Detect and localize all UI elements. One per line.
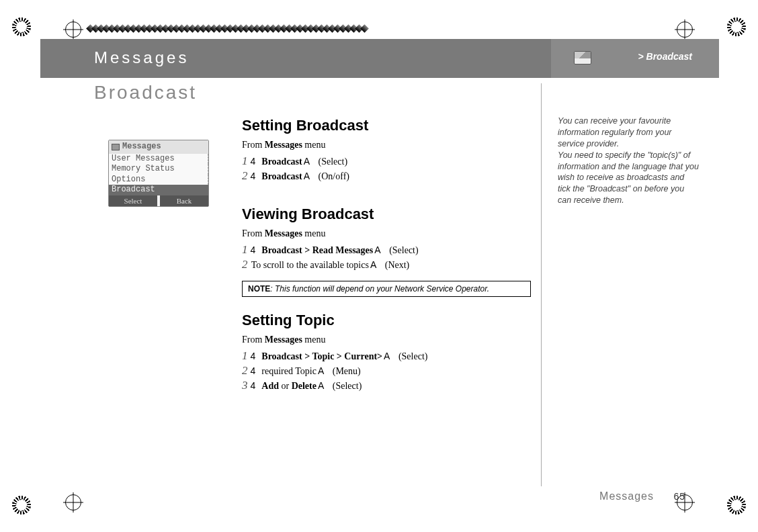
- side-note: You can receive your favourite informati…: [558, 116, 699, 206]
- step: 14 BroadcastA (Select): [242, 154, 531, 168]
- phone-softkeys: Select Back: [109, 195, 208, 206]
- phone-menu-item: Options: [109, 175, 208, 185]
- phone-menu-item: User Messages: [109, 154, 208, 165]
- chapter-title: Messages: [94, 48, 189, 67]
- page: Messages > Broadcast Broadcast Messages …: [40, 11, 719, 521]
- subsection-setting-broadcast: Setting Broadcast From Messages menu 14 …: [242, 117, 531, 183]
- envelope-icon: [574, 51, 591, 64]
- phone-screenshot: Messages User Messages Memory Status Opt…: [108, 140, 209, 207]
- envelope-icon: [112, 144, 120, 150]
- step: 14 Broadcast > Topic > Current>A (Select…: [242, 349, 531, 363]
- phone-menu-item-selected: Broadcast: [109, 185, 208, 195]
- from-line: From Messages menu: [242, 335, 531, 345]
- from-line: From Messages menu: [242, 228, 531, 239]
- phone-softkey-right: Back: [160, 195, 208, 206]
- subsection-viewing-broadcast: Viewing Broadcast From Messages menu 14 …: [242, 206, 531, 297]
- note-box: NOTE: This function will depend on your …: [242, 281, 531, 297]
- print-mark-wheel: [12, 496, 31, 515]
- phone-title-text: Messages: [122, 142, 161, 152]
- breadcrumb: > Broadcast: [638, 51, 692, 62]
- step: 24 required TopicA (Menu): [242, 364, 531, 378]
- subsection-heading: Setting Broadcast: [242, 117, 531, 134]
- step: 24 BroadcastA (On/off): [242, 169, 531, 183]
- phone-softkey-left: Select: [109, 195, 160, 206]
- step: 14 Broadcast > Read MessagesA (Select): [242, 243, 531, 257]
- subsection-heading: Setting Topic: [242, 312, 531, 329]
- subsection-setting-topic: Setting Topic From Messages menu 14 Broa…: [242, 312, 531, 392]
- subsection-heading: Viewing Broadcast: [242, 206, 531, 223]
- ornament-diamonds: [87, 26, 390, 34]
- column-divider: [541, 83, 542, 486]
- print-mark-wheel: [12, 17, 31, 36]
- from-line: From Messages menu: [242, 140, 531, 150]
- step: 34 Add or DeleteA (Select): [242, 379, 531, 392]
- phone-menu-item: Memory Status: [109, 164, 208, 175]
- print-mark-wheel: [727, 17, 746, 36]
- phone-title: Messages: [109, 140, 208, 154]
- page-footer: Messages 65: [599, 490, 685, 502]
- step: 2 To scroll to the available topicsA (Ne…: [242, 258, 531, 271]
- footer-chapter: Messages: [599, 490, 654, 502]
- section-title: Broadcast: [94, 82, 197, 103]
- content-column: Setting Broadcast From Messages menu 14 …: [242, 112, 531, 407]
- chapter-header: Messages > Broadcast: [40, 39, 719, 78]
- print-mark-wheel: [727, 496, 746, 515]
- page-number: 65: [673, 491, 685, 502]
